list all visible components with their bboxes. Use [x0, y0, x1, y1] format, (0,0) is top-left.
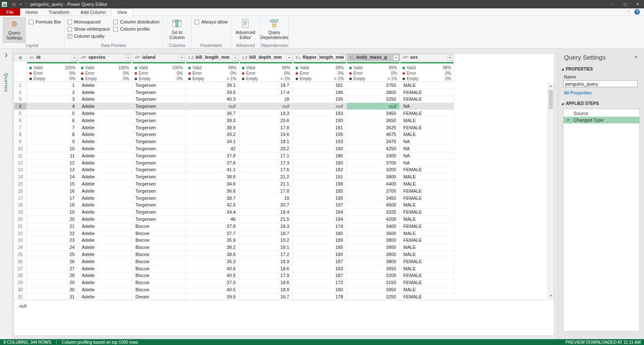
cell-bill_length_mm[interactable]: 40.5: [186, 286, 239, 293]
cell-species[interactable]: Adelie: [78, 244, 132, 251]
cell-species[interactable]: Adelie: [78, 159, 132, 166]
cell-body_mass_g[interactable]: 3800: [347, 251, 400, 258]
row-number[interactable]: 5: [14, 110, 27, 117]
cell-bill_length_mm[interactable]: 37.8: [186, 222, 239, 230]
text-type-icon[interactable]: Aᴮᶜ: [135, 55, 140, 60]
text-type-icon[interactable]: Aᴮᶜ: [81, 55, 86, 60]
cell-species[interactable]: Adelie: [78, 286, 132, 293]
row-number[interactable]: 3: [14, 96, 27, 103]
cell-body_mass_g[interactable]: 4400: [347, 180, 400, 188]
cell-bill_depth_mm[interactable]: 21.1: [239, 180, 293, 188]
cell-sex[interactable]: NA: [400, 103, 454, 110]
cell-species[interactable]: Adelie: [78, 82, 132, 89]
cell-flipper_length_mm[interactable]: 185: [293, 187, 347, 194]
cell-body_mass_g[interactable]: 3475: [347, 138, 400, 145]
tab-add-column[interactable]: Add Column: [75, 8, 112, 16]
queries-pane-label[interactable]: Queries: [4, 73, 9, 92]
cell-sex[interactable]: MALE: [400, 230, 454, 237]
cell-flipper_length_mm[interactable]: 194: [293, 216, 347, 223]
cell-island[interactable]: Torgersen: [132, 159, 186, 166]
column-profile-checkbox[interactable]: Column profile: [113, 26, 159, 31]
cell-flipper_length_mm[interactable]: null: [293, 103, 347, 110]
cell-id[interactable]: 23: [27, 237, 78, 244]
cell-sex[interactable]: FEMALE: [400, 187, 454, 194]
cell-sex[interactable]: MALE: [400, 265, 454, 272]
row-number[interactable]: 31: [14, 293, 27, 300]
applied-step-source[interactable]: Source: [564, 110, 639, 117]
filter-dropdown-icon[interactable]: ▼: [447, 55, 453, 60]
cell-sex[interactable]: FEMALE: [400, 272, 454, 279]
row-number[interactable]: 1: [14, 82, 27, 89]
filter-dropdown-icon[interactable]: ▼: [286, 55, 292, 60]
cell-species[interactable]: Adelie: [78, 230, 132, 237]
cell-body_mass_g[interactable]: 3700: [347, 159, 400, 166]
row-number[interactable]: 15: [14, 180, 27, 188]
cell-island[interactable]: Dream: [132, 293, 186, 300]
cell-bill_length_mm[interactable]: 37.8: [186, 159, 239, 166]
cell-sex[interactable]: FEMALE: [400, 96, 454, 103]
cell-flipper_length_mm[interactable]: 195: [293, 194, 347, 201]
cell-species[interactable]: Adelie: [78, 96, 132, 103]
cell-flipper_length_mm[interactable]: 182: [293, 166, 347, 173]
cell-bill_length_mm[interactable]: 39.5: [186, 293, 239, 300]
cell-flipper_length_mm[interactable]: 198: [293, 180, 347, 188]
quick-access-dropdown-icon[interactable]: ▾: [20, 3, 21, 6]
scroll-up-icon[interactable]: ▲: [548, 83, 554, 89]
cell-body_mass_g[interactable]: null: [347, 103, 400, 110]
cell-species[interactable]: Adelie: [78, 152, 132, 159]
row-number[interactable]: 11: [14, 152, 27, 159]
cell-sex[interactable]: FEMALE: [400, 279, 454, 286]
filter-dropdown-icon[interactable]: ▼: [72, 55, 77, 60]
cell-body_mass_g[interactable]: 3750: [347, 82, 400, 89]
cell-island[interactable]: Torgersen: [132, 166, 186, 173]
cell-bill_length_mm[interactable]: 38.8: [186, 251, 239, 258]
cell-body_mass_g[interactable]: 4500: [347, 201, 400, 209]
row-number[interactable]: 10: [14, 145, 27, 152]
cell-island[interactable]: Biscoe: [132, 272, 186, 279]
cell-bill_length_mm[interactable]: 41.1: [186, 166, 239, 173]
cell-id[interactable]: 15: [27, 180, 78, 188]
row-number[interactable]: 26: [14, 258, 27, 265]
row-number[interactable]: 18: [14, 201, 27, 209]
cell-bill_length_mm[interactable]: 34.1: [186, 138, 239, 145]
cell-island[interactable]: Torgersen: [132, 124, 186, 131]
cell-sex[interactable]: FEMALE: [400, 194, 454, 201]
cell-body_mass_g[interactable]: 3250: [347, 293, 400, 300]
cell-island[interactable]: Biscoe: [132, 258, 186, 265]
cell-bill_depth_mm[interactable]: 17.1: [239, 152, 293, 159]
all-properties-link[interactable]: All Properties: [558, 87, 644, 99]
cell-bill_length_mm[interactable]: 39.2: [186, 131, 239, 138]
tab-file[interactable]: File: [0, 8, 20, 16]
column-header-bill_depth_mm[interactable]: 1.2▼bill_depth_mm: [239, 54, 293, 61]
cell-species[interactable]: Adelie: [78, 187, 132, 194]
filter-dropdown-icon[interactable]: ▼: [393, 55, 399, 60]
cell-bill_length_mm[interactable]: 35.3: [186, 258, 239, 265]
cell-id[interactable]: 22: [27, 230, 78, 237]
cell-flipper_length_mm[interactable]: 174: [293, 222, 347, 230]
cell-species[interactable]: Adelie: [78, 180, 132, 188]
row-number[interactable]: 7: [14, 124, 27, 131]
cell-flipper_length_mm[interactable]: 186: [293, 89, 347, 96]
tab-home[interactable]: Home: [20, 8, 43, 16]
cell-id[interactable]: 26: [27, 258, 78, 265]
cell-body_mass_g[interactable]: 3200: [347, 272, 400, 279]
cell-bill_length_mm[interactable]: 40.6: [186, 265, 239, 272]
cell-bill_depth_mm[interactable]: 21.5: [239, 216, 293, 223]
cell-bill_depth_mm[interactable]: 17.8: [239, 187, 293, 194]
tab-view[interactable]: View: [111, 8, 133, 16]
row-number[interactable]: 23: [14, 237, 27, 244]
cell-sex[interactable]: MALE: [400, 117, 454, 124]
whole-number-type-icon[interactable]: 1²₃: [29, 55, 34, 60]
collapse-ribbon-icon[interactable]: ⌃: [627, 10, 630, 14]
cell-species[interactable]: Adelie: [78, 110, 132, 117]
cell-sex[interactable]: MALE: [400, 286, 454, 293]
cell-sex[interactable]: MALE: [400, 173, 454, 180]
cell-flipper_length_mm[interactable]: 189: [293, 237, 347, 244]
cell-flipper_length_mm[interactable]: 178: [293, 293, 347, 300]
cell-species[interactable]: Adelie: [78, 131, 132, 138]
cell-bill_depth_mm[interactable]: 18.4: [239, 209, 293, 216]
cell-bill_length_mm[interactable]: 38.6: [186, 173, 239, 180]
cell-sex[interactable]: FEMALE: [400, 237, 454, 244]
cell-sex[interactable]: MALE: [400, 244, 454, 251]
cell-bill_length_mm[interactable]: 34.4: [186, 209, 239, 216]
